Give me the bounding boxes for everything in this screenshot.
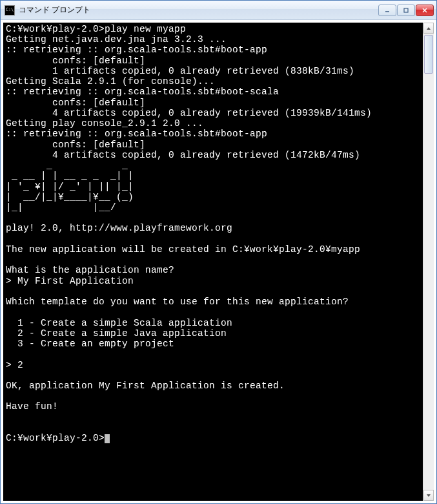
client-area: C:¥work¥play-2.0>play new myapp Getting … (1, 20, 436, 503)
app-icon (5, 5, 15, 16)
scroll-down-button[interactable] (423, 490, 434, 501)
terminal-window: コマンド プロンプト C:¥work¥play-2.0>play new mya… (0, 0, 437, 504)
window-controls (378, 5, 434, 16)
svg-rect-1 (404, 8, 408, 12)
minimize-button[interactable] (378, 5, 396, 16)
scrollbar-track[interactable] (423, 34, 434, 490)
cursor (105, 434, 110, 443)
console-text: C:¥work¥play-2.0>play new myapp Getting … (6, 24, 372, 443)
close-button[interactable] (416, 5, 434, 16)
scrollbar-thumb[interactable] (424, 35, 433, 74)
console-output[interactable]: C:¥work¥play-2.0>play new myapp Getting … (3, 23, 423, 501)
vertical-scrollbar[interactable] (423, 23, 434, 501)
titlebar[interactable]: コマンド プロンプト (1, 1, 436, 20)
window-title: コマンド プロンプト (19, 5, 378, 16)
maximize-button[interactable] (397, 5, 415, 16)
scroll-up-button[interactable] (423, 23, 434, 34)
svg-marker-4 (427, 27, 431, 30)
svg-marker-5 (427, 494, 431, 497)
